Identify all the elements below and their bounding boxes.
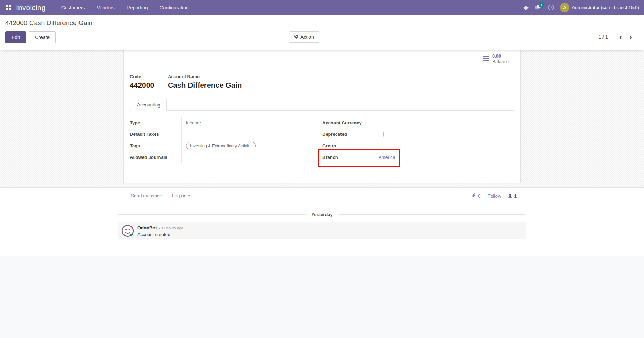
followers-button[interactable]: 1: [508, 193, 517, 199]
deprecated-label: Deprecated: [322, 132, 347, 137]
code-label: Code: [130, 74, 154, 79]
apps-grid-icon[interactable]: [6, 5, 11, 10]
breadcrumb-title: 442000 Cash Difference Gain: [5, 19, 92, 27]
user-menu[interactable]: A Administrator (com_branch15.0): [560, 3, 639, 12]
pager: 1 / 1 ‹ ›: [598, 32, 636, 42]
log-note-button[interactable]: Log note: [172, 193, 190, 198]
menu-reporting[interactable]: Reporting: [121, 0, 154, 15]
odoobot-avatar[interactable]: [121, 224, 134, 237]
main-menu: Customers Vendors Reporting Configuratio…: [55, 0, 195, 15]
app-brand[interactable]: Invoicing: [16, 3, 46, 12]
code-value: 442000: [130, 81, 154, 89]
account-form-sheet: 0.00 Balance Code 442000 Account Name Ca…: [123, 50, 521, 183]
attachments-button[interactable]: 0: [472, 193, 481, 199]
navbar-systray: 1 A Administrator (com_branch15.0): [519, 0, 644, 15]
account-name-value: Cash Difference Gain: [168, 81, 242, 89]
bug-icon[interactable]: [519, 0, 532, 15]
messages-badge: 1: [539, 2, 544, 8]
left-field-group: Type Default Taxes Tags Allowed Journals…: [130, 117, 322, 163]
branch-label: Branch: [322, 155, 338, 160]
notebook-tabs: Accounting: [130, 99, 514, 111]
pager-next-icon[interactable]: ›: [626, 32, 636, 42]
right-field-group: Account Currency Deprecated Group Branch…: [322, 117, 514, 163]
menu-vendors[interactable]: Vendors: [91, 0, 120, 15]
action-menu-button[interactable]: Action: [289, 31, 319, 43]
code-field: Code 442000: [130, 74, 154, 89]
gear-icon: [294, 34, 298, 40]
message-body: OdooBot- 11 hours ago Account created: [137, 224, 184, 237]
deprecated-checkbox[interactable]: [379, 132, 384, 137]
allowed-journals-label: Allowed Journals: [130, 155, 167, 160]
date-divider-label: Yesterday: [311, 212, 332, 217]
default-taxes-label: Default Taxes: [130, 132, 159, 137]
chatter-message: OdooBot- 11 hours ago Account created: [118, 222, 526, 239]
account-name-field: Account Name Cash Difference Gain: [168, 74, 242, 89]
edit-button[interactable]: Edit: [5, 31, 26, 43]
action-label: Action: [300, 34, 314, 40]
account-name-label: Account Name: [168, 74, 242, 79]
tags-value-pill: Investing & Extraordinary Activit...: [186, 142, 256, 149]
followers-count: 1: [514, 193, 517, 199]
send-message-button[interactable]: Send message: [131, 193, 162, 198]
balance-label: Balance: [492, 59, 509, 64]
tags-label: Tags: [130, 143, 140, 148]
control-panel: 442000 Cash Difference Gain Edit Create …: [0, 15, 644, 50]
form-view-background: 0.00 Balance Code 442000 Account Name Ca…: [0, 50, 644, 188]
messages-icon[interactable]: 1: [532, 0, 545, 15]
field-groups: Type Default Taxes Tags Allowed Journals…: [130, 117, 514, 163]
menu-customers[interactable]: Customers: [55, 0, 91, 15]
type-value: Income: [186, 120, 201, 125]
balance-value: 0.00: [492, 53, 509, 59]
group-label: Group: [322, 143, 336, 148]
message-text: Account created: [137, 232, 184, 237]
pager-count: 1 / 1: [598, 34, 608, 40]
chatter-thread: Send message Log note 0 Follow 1 Yester: [118, 188, 526, 256]
paperclip-icon: [472, 193, 477, 199]
branch-value-link[interactable]: America: [379, 155, 395, 160]
person-icon: [508, 193, 512, 199]
chatter-toolbar: Send message Log note: [131, 193, 190, 198]
user-name: Administrator (com_branch15.0): [572, 5, 639, 10]
chatter-topbar-right: 0 Follow 1: [472, 193, 517, 199]
follow-button[interactable]: Follow: [487, 193, 501, 199]
account-currency-label: Account Currency: [322, 120, 362, 125]
menu-configuration[interactable]: Configuration: [153, 0, 194, 15]
attachments-count: 0: [478, 193, 481, 199]
create-button[interactable]: Create: [29, 31, 56, 43]
form-buttons: Edit Create: [5, 31, 56, 43]
message-time: - 11 hours ago: [159, 226, 184, 230]
activities-clock-icon[interactable]: [545, 0, 557, 15]
page-bottom-background: [0, 256, 644, 338]
pager-prev-icon[interactable]: ‹: [616, 32, 626, 42]
list-bars-icon: [483, 55, 489, 63]
balance-stat-button[interactable]: 0.00 Balance: [471, 50, 520, 67]
user-avatar: A: [560, 3, 569, 12]
type-label: Type: [130, 120, 140, 125]
chatter: Send message Log note 0 Follow 1 Yester: [0, 188, 644, 256]
tab-accounting[interactable]: Accounting: [131, 99, 167, 111]
message-author: OdooBot: [137, 225, 157, 230]
top-navbar: Invoicing Customers Vendors Reporting Co…: [0, 0, 644, 15]
date-divider: Yesterday: [118, 212, 526, 217]
